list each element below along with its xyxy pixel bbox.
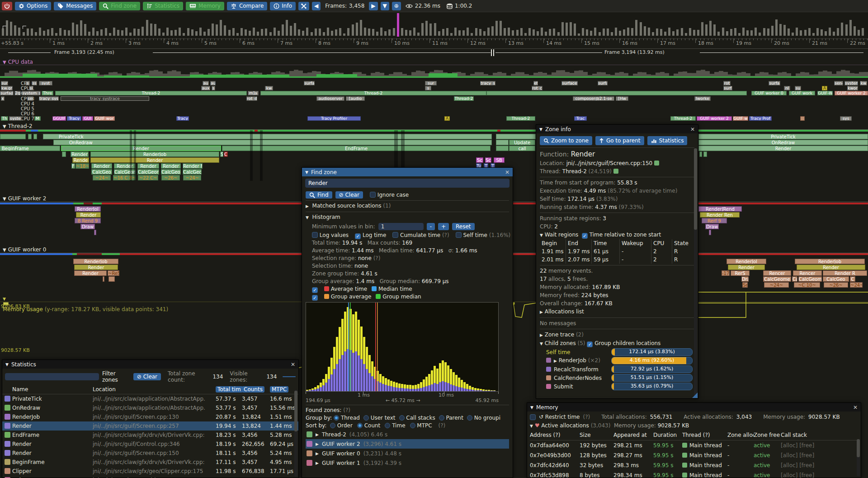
info-button[interactable]: Info <box>270 2 296 10</box>
zone[interactable]: Rerf 9 <box>702 218 727 223</box>
statistics-row[interactable]: Renderjni/../jni/src/guif/Screen.cpp:150… <box>2 449 298 458</box>
zone[interactable]: Draw <box>705 224 719 229</box>
scrollbar[interactable] <box>857 439 860 476</box>
mem-col-header[interactable]: Zone free <box>754 432 781 438</box>
zone[interactable]: ~24~ <box>93 175 111 180</box>
allocations-list[interactable]: ▶ Allocations list <box>540 308 694 316</box>
time-relative-checkbox[interactable]: ✓ <box>582 233 588 239</box>
min-bin-input[interactable]: 1 <box>378 223 424 230</box>
zone[interactable] <box>108 276 115 282</box>
thread-header-guif-worker-2[interactable]: ▼GUIF worker 2 <box>3 195 46 202</box>
cpu-zone[interactable]: Tracy Prof <box>749 116 772 121</box>
collapse-icon[interactable]: ▼ <box>530 405 533 410</box>
cpu-zone[interactable]: tracy_sysn <box>39 96 59 101</box>
self-time-checkbox[interactable] <box>456 232 462 238</box>
cpu-zone[interactable]: Th <box>1 116 8 121</box>
cpu-zone[interactable]: GUIF worker 2 <box>697 116 732 121</box>
cpu-zone[interactable]: rot_cou <box>532 86 542 90</box>
crosshair-button[interactable]: ⊕ <box>392 2 401 10</box>
cpu-zone[interactable]: [Hw <box>616 96 628 101</box>
zone[interactable]: Render <box>61 146 221 151</box>
cpu-zone[interactable]: tracy_sy <box>480 81 495 85</box>
wait-col-header[interactable]: End <box>566 239 591 247</box>
restrict-time-checkbox[interactable] <box>530 414 536 420</box>
cpu-zone[interactable]: et <box>533 81 538 85</box>
scrollbar[interactable] <box>694 148 697 398</box>
zone[interactable]: Dra <box>741 276 749 282</box>
cpu-zone[interactable]: A <box>444 116 450 121</box>
zone[interactable]: CalcGeo <box>161 169 181 175</box>
cpu-zone[interactable]: m]a <box>248 91 259 95</box>
zone-group-row[interactable]: ▶GUIF worker 1(3,192) 4.39 s <box>306 458 509 468</box>
zone[interactable]: RenderJol <box>726 259 766 264</box>
cpu-zone[interactable]: Tracy Profiler <box>307 116 361 121</box>
zone[interactable] <box>496 146 509 151</box>
cpu-zone[interactable]: au <box>210 81 216 85</box>
memory-titlebar[interactable]: ▼ Memory ✕ <box>527 403 861 412</box>
statistics-row[interactable]: OnRedrawjni/../jni/src/claw/application/… <box>2 403 298 412</box>
child-zone-row[interactable]: Self time172.14 µs (3.83%) <box>540 348 694 356</box>
histogram-plot[interactable] <box>306 302 499 392</box>
wait-col-header[interactable]: Begin <box>540 239 566 247</box>
frame-labels-row[interactable]: Frame 3,193 (22.45 ms) Frame 3,194 (13.9… <box>0 48 868 57</box>
cpu-zone[interactable]: GUI <box>82 116 93 121</box>
statistics-row[interactable]: EndFramejni/../jni/src/claw/gfx/drv/vk/D… <box>2 431 298 440</box>
zone[interactable]: PrivateTick <box>698 134 868 139</box>
zone[interactable]: Ca <box>792 276 797 282</box>
cpu-zone[interactable]: si <box>29 86 33 90</box>
zone[interactable]: ~18~ <box>75 163 89 169</box>
memory-row[interactable]: 0x7e049b3d00128 bytes298.27 ms59.95 sMai… <box>530 450 858 460</box>
log-values-checkbox[interactable] <box>312 232 318 238</box>
go-to-parent-button[interactable]: Go to parent <box>595 136 644 145</box>
cpu-zone[interactable]: Trac <box>574 116 587 121</box>
cpu-zone[interactable]: system-s <box>844 81 858 85</box>
zone[interactable]: Render F <box>183 163 203 169</box>
cpu-zone[interactable]: Thre <box>42 91 53 95</box>
cpu-zone[interactable]: kw <box>265 86 273 90</box>
zone-trace[interactable]: ▶ Zone trace (2) <box>540 331 694 339</box>
child-zone-row[interactable]: CalcRenderNodes51.51 µs (1.15%) <box>540 374 694 382</box>
mem-col-header[interactable]: Size <box>580 432 613 438</box>
wait-col-header[interactable]: State <box>672 239 690 247</box>
clipped-button[interactable] <box>283 376 296 377</box>
zone[interactable]: C <box>850 276 855 282</box>
zone[interactable] <box>699 151 702 157</box>
thread-header-thread-2[interactable]: ▼Thread-2 <box>3 123 33 129</box>
cpu-zone[interactable]: surfac <box>723 86 732 90</box>
zone[interactable]: CalcGeom <box>798 276 822 282</box>
cpu-zone[interactable]: M <box>34 116 41 121</box>
collapse-icon[interactable]: ▼ <box>5 362 9 367</box>
zone[interactable]: ~16 C 8~ <box>113 175 136 180</box>
statistics-row[interactable]: CalcGeometryjni/../jni/src/claw/graphics… <box>2 476 298 478</box>
cpu-zone[interactable]: GUIF wor <box>94 116 115 121</box>
zone[interactable]: Render <box>91 163 112 169</box>
sort-by-order[interactable] <box>330 423 335 428</box>
zone[interactable]: Render <box>137 163 159 169</box>
find-button[interactable]: Find <box>306 191 332 199</box>
memory-row[interactable]: 0x7dfc53d8988 bytes298.34 ms59.95 sMain … <box>530 470 858 478</box>
zone[interactable] <box>33 134 37 139</box>
mem-col-header[interactable]: Call stack <box>781 432 840 438</box>
cpu-zone[interactable]: kw.gm <box>1 86 13 90</box>
zone[interactable]: S <box>220 151 223 157</box>
cpu-zone[interactable]: Thread-2 <box>55 91 247 95</box>
cpu-zone[interactable] <box>800 116 805 121</box>
sort-by-count[interactable] <box>357 423 363 428</box>
zone[interactable]: CalcGeome <box>763 276 791 282</box>
zone[interactable]: RerS <box>731 270 750 276</box>
cumulate-time-checkbox[interactable] <box>392 232 398 238</box>
cpu-zone[interactable]: sys <box>840 116 852 121</box>
find-zone-titlebar[interactable]: ▼ Find zone ✕ <box>302 168 513 176</box>
cpu-zone[interactable]: rot <box>723 81 731 85</box>
close-icon[interactable]: ✕ <box>690 126 695 133</box>
cpu-zone[interactable] <box>486 91 747 95</box>
child-zone-row[interactable]: Submit35.63 µs (0.79%) <box>540 382 694 391</box>
cpu-zone[interactable]: surfac <box>304 81 315 85</box>
zone[interactable]: OnRedraw <box>53 140 492 145</box>
zone[interactable]: Render <box>71 151 89 157</box>
zone[interactable]: BeginFrame <box>0 146 60 151</box>
zone[interactable]: Render <box>74 270 107 276</box>
cpu-zone[interactable]: rot_d <box>246 96 257 101</box>
group-by-no-groupi[interactable] <box>467 415 472 421</box>
cpu-zone[interactable]: ss <box>32 81 37 85</box>
